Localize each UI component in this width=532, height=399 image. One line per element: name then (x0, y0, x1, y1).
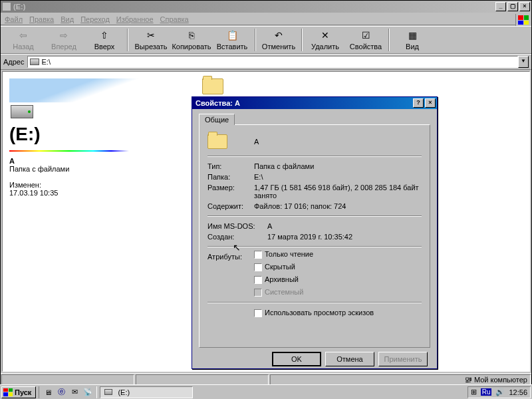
quick-launch: 🖥 ⓔ ✉ 📡 (39, 386, 97, 398)
windows-logo-icon (515, 14, 530, 26)
drive-label: (E:) (9, 124, 161, 145)
delete-icon: ✕ (319, 29, 331, 41)
properties-button[interactable]: ☑Свойства (346, 27, 386, 53)
address-input[interactable]: E:\ (27, 56, 519, 68)
up-arrow-icon: ⇧ (98, 29, 110, 41)
location-value: E:\ (254, 173, 422, 181)
apply-button[interactable]: Применить (378, 352, 428, 366)
created-label: Создан: (207, 233, 254, 241)
location-label: Папка: (207, 173, 254, 181)
attr-system: Системный (254, 288, 334, 297)
attr-readonly[interactable]: Только чтение (254, 250, 334, 259)
undo-icon: ↶ (273, 29, 285, 41)
selected-name: A (9, 157, 161, 165)
ql-outlook-icon[interactable]: ✉ (68, 386, 80, 398)
cut-button[interactable]: ✂Вырезать (131, 27, 171, 53)
forward-button[interactable]: ⇨Вперед (44, 27, 84, 53)
tab-panel: A Тип:Папка с файлами Папка:E:\ Размер:1… (199, 124, 430, 348)
forward-arrow-icon: ⇨ (58, 29, 70, 41)
toolbar: ⇦Назад ⇨Вперед ⇧Вверх ✂Вырезать ⎘Копиров… (1, 26, 531, 54)
modified-value: 17.03.19 10:35 (9, 189, 161, 197)
menu-file[interactable]: Файл (5, 15, 23, 23)
item-name: A (254, 138, 259, 146)
properties-dialog: Свойства: A ? × Общие A Тип:Папка с файл… (192, 96, 438, 369)
status-bar: 🖳 Мой компьютер (1, 373, 531, 385)
modified-label: Изменен: (9, 181, 161, 189)
back-arrow-icon: ⇦ (17, 29, 29, 41)
drive-icon (2, 2, 11, 11)
menu-fav[interactable]: Избранное (116, 15, 154, 23)
scissors-icon: ✂ (145, 29, 157, 41)
start-button[interactable]: Пуск (1, 386, 36, 398)
contains-value: Файлов: 17 016; папок: 724 (254, 202, 422, 210)
ql-ie-icon[interactable]: ⓔ (55, 386, 67, 398)
properties-icon: ☑ (360, 29, 372, 41)
paste-button[interactable]: 📋Вставить (212, 27, 252, 53)
tray-volume-icon[interactable]: 🔊 (495, 388, 505, 396)
drive-icon (30, 59, 39, 65)
dosname-value: A (267, 222, 422, 230)
status-cell (136, 374, 269, 385)
address-bar: Адрес E:\ ▼ (1, 54, 531, 70)
dosname-label: Имя MS-DOS: (207, 222, 267, 230)
window-title: (E:) (13, 3, 494, 11)
up-button[interactable]: ⇧Вверх (84, 27, 124, 53)
folder-icon (207, 134, 227, 149)
type-value: Папка с файлами (254, 162, 422, 170)
cancel-button[interactable]: Отмена (325, 352, 374, 366)
menu-help[interactable]: Справка (160, 15, 189, 23)
menu-view[interactable]: Вид (61, 15, 74, 23)
size-label: Размер: (207, 184, 254, 200)
ql-channels-icon[interactable]: 📡 (82, 386, 94, 398)
ok-button[interactable]: OK (272, 352, 321, 366)
dialog-close-button[interactable]: × (425, 98, 436, 108)
title-bar[interactable]: (E:) _ ▢ × (1, 1, 531, 13)
menu-edit[interactable]: Правка (29, 15, 54, 23)
ql-desktop-icon[interactable]: 🖥 (42, 386, 54, 398)
status-cell (1, 374, 134, 385)
address-dropdown[interactable]: ▼ (518, 56, 529, 68)
paste-icon: 📋 (226, 29, 238, 41)
language-indicator[interactable]: Ru (481, 388, 492, 396)
windows-logo-icon (3, 388, 13, 396)
delete-button[interactable]: ✕Удалить (305, 27, 345, 53)
view-button[interactable]: ▦Вид (392, 27, 432, 53)
taskbar-item[interactable]: (E:) (100, 386, 193, 398)
folder-item[interactable] (202, 78, 223, 94)
banner (9, 78, 161, 102)
copy-button[interactable]: ⎘Копировать (172, 27, 211, 53)
divider (9, 150, 129, 152)
drive-icon (104, 389, 112, 395)
tab-general[interactable]: Общие (199, 114, 235, 125)
minimize-button[interactable]: _ (495, 2, 506, 11)
tray-icon[interactable]: ⊞ (471, 388, 477, 396)
dialog-title: Свойства: A (194, 99, 412, 107)
back-button[interactable]: ⇦Назад (3, 27, 43, 53)
attr-archive[interactable]: Архивный (254, 275, 334, 284)
dialog-help-button[interactable]: ? (413, 98, 424, 108)
close-button[interactable]: × (519, 2, 530, 11)
system-tray: ⊞ Ru 🔊 12:56 (467, 386, 531, 398)
size-value: 1,47 ГБ (1 581 456 918 байт), 2 008 285 … (254, 184, 422, 200)
dialog-title-bar[interactable]: Свойства: A ? × (192, 97, 437, 109)
selected-type: Папка с файлами (9, 165, 161, 173)
address-label: Адрес (3, 58, 25, 66)
created-value: 17 марта 2019 г. 10:35:42 (254, 233, 422, 241)
drive-big-icon (11, 105, 33, 118)
contains-label: Содержит: (207, 202, 254, 210)
type-label: Тип: (207, 162, 254, 170)
attributes-label: Атрибуты: (207, 253, 254, 261)
menu-go[interactable]: Переход (80, 15, 110, 23)
taskbar: Пуск 🖥 ⓔ ✉ 📡 (E:) ⊞ Ru 🔊 12:56 (0, 384, 532, 399)
view-icon: ▦ (406, 29, 418, 41)
status-location: 🖳 Мой компьютер (270, 374, 531, 385)
info-pane: (E:) A Папка с файлами Изменен: 17.03.19… (3, 72, 168, 371)
folder-icon (202, 78, 223, 94)
menu-bar: Файл Правка Вид Переход Избранное Справк… (1, 14, 515, 25)
undo-button[interactable]: ↶Отменить (259, 27, 299, 53)
attr-hidden[interactable]: Скрытый (254, 263, 334, 271)
copy-icon: ⎘ (186, 29, 198, 41)
attr-thumbnails[interactable]: Использовать просмотр эскизов (207, 309, 422, 317)
clock[interactable]: 12:56 (509, 388, 527, 396)
maximize-button[interactable]: ▢ (507, 2, 518, 11)
